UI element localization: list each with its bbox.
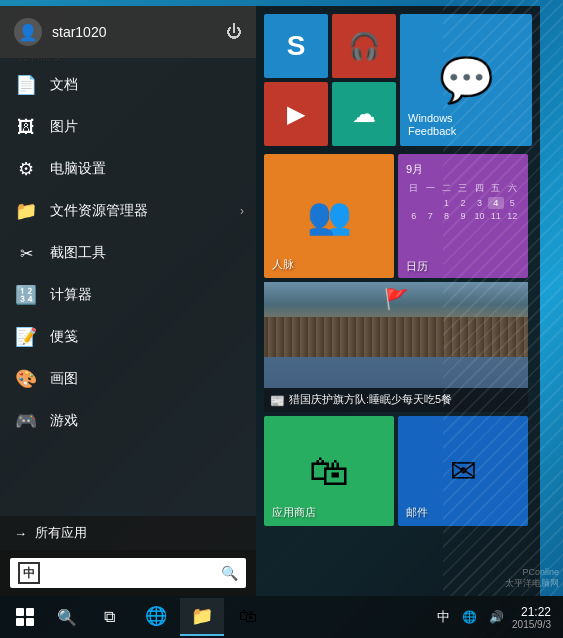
menu-item-settings[interactable]: ⚙ 电脑设置 bbox=[0, 148, 256, 190]
soldiers-image bbox=[264, 282, 528, 357]
tiles-row-3: 👥 人脉 9月 日 一 二 三 四 五 六 bbox=[264, 154, 532, 278]
menu-item-documents[interactable]: 📄 文档 bbox=[0, 64, 256, 106]
cal-cell: 9 bbox=[455, 210, 470, 222]
documents-icon: 📄 bbox=[14, 73, 38, 97]
cal-cell bbox=[422, 197, 437, 209]
cal-cell: 一 bbox=[422, 181, 437, 196]
people-label: 人脉 bbox=[272, 257, 294, 272]
menu-item-notes[interactable]: 📝 便笺 bbox=[0, 316, 256, 358]
news-text: 猎国庆护旗方队:睡眠少每天吃5餐 bbox=[289, 392, 452, 406]
watermark-line1: PConline bbox=[505, 567, 559, 579]
tray-volume-icon[interactable]: 🔊 bbox=[485, 610, 508, 624]
music-tile[interactable]: 🎧 bbox=[332, 14, 396, 78]
settings-icon: ⚙ bbox=[14, 157, 38, 181]
user-info: 👤 star1020 bbox=[14, 18, 106, 46]
games-label: 游戏 bbox=[50, 412, 78, 430]
windows-feedback-tile[interactable]: 💬 Windows Feedback bbox=[400, 14, 532, 146]
taskbar-apps: 🌐 📁 🛍 bbox=[130, 598, 433, 636]
store-icon: 🛍 bbox=[309, 449, 349, 494]
news-tile[interactable]: 📰 猎国庆护旗方队:睡眠少每天吃5餐 bbox=[264, 282, 528, 412]
menu-item-calc[interactable]: 🔢 计算器 bbox=[0, 274, 256, 316]
cal-cell: 8 bbox=[439, 210, 454, 222]
calendar-label: 日历 bbox=[406, 259, 428, 274]
explorer-arrow: › bbox=[240, 204, 244, 218]
watermark-line2: 太平洋电脑网 bbox=[505, 578, 559, 590]
paint-icon: 🎨 bbox=[14, 367, 38, 391]
notes-label: 便笺 bbox=[50, 328, 78, 346]
windows-logo-icon bbox=[16, 608, 34, 626]
menu-item-pictures[interactable]: 🖼 图片 bbox=[0, 106, 256, 148]
watermark: PConline 太平洋电脑网 bbox=[505, 567, 559, 590]
clock-time: 21:22 bbox=[512, 605, 551, 619]
cal-grid: 日 一 二 三 四 五 六 1 2 3 4 bbox=[406, 181, 520, 222]
store-tile[interactable]: 🛍 应用商店 bbox=[264, 416, 394, 526]
clock-date: 2015/9/3 bbox=[512, 619, 551, 630]
cal-cell: 五 bbox=[488, 181, 503, 196]
calendar-tile[interactable]: 9月 日 一 二 三 四 五 六 1 2 bbox=[398, 154, 528, 278]
tiles-row-4: 📰 猎国庆护旗方队:睡眠少每天吃5餐 bbox=[264, 282, 532, 412]
skype-tile[interactable]: S bbox=[264, 14, 328, 78]
cal-cell: 3 bbox=[472, 197, 487, 209]
tray-clock[interactable]: 21:22 2015/9/3 bbox=[512, 605, 551, 630]
explorer-taskbar-icon: 📁 bbox=[191, 605, 213, 627]
task-view-icon: ⧉ bbox=[104, 608, 115, 626]
menu-item-paint[interactable]: 🎨 画图 bbox=[0, 358, 256, 400]
news-overlay: 📰 猎国庆护旗方队:睡眠少每天吃5餐 bbox=[264, 388, 528, 412]
start-button[interactable] bbox=[4, 596, 46, 638]
taskbar: 🔍 ⧉ 🌐 📁 🛍 中 🌐 🔊 21:22 2015/9/3 bbox=[0, 596, 563, 638]
documents-label: 文档 bbox=[50, 76, 78, 94]
notes-icon: 📝 bbox=[14, 325, 38, 349]
avatar[interactable]: 👤 bbox=[14, 18, 42, 46]
taskbar-explorer[interactable]: 📁 bbox=[180, 598, 224, 636]
cal-month: 9月 bbox=[406, 162, 423, 177]
search-input-wrap[interactable]: 中 🔍 bbox=[10, 558, 246, 588]
start-menu: 👤 star1020 ⏻ 📄 文档 🖼 图片 ⚙ 电脑设置 bbox=[0, 6, 540, 596]
people-tile[interactable]: 👥 人脉 bbox=[264, 154, 394, 278]
feedback-label-line1: Windows bbox=[408, 112, 453, 124]
taskbar-search-button[interactable]: 🔍 bbox=[46, 596, 88, 638]
mail-label: 邮件 bbox=[406, 505, 428, 520]
store-taskbar-icon: 🛍 bbox=[239, 606, 257, 627]
power-button[interactable]: ⏻ bbox=[226, 23, 242, 41]
cal-cell bbox=[406, 197, 421, 209]
menu-item-games[interactable]: 🎮 游戏 bbox=[0, 400, 256, 442]
calc-label: 计算器 bbox=[50, 286, 92, 304]
cal-cell: 4 bbox=[488, 197, 503, 209]
paint-label: 画图 bbox=[50, 370, 78, 388]
user-area: 👤 star1020 ⏻ bbox=[0, 6, 256, 58]
cal-cell: 1 bbox=[439, 197, 454, 209]
task-view-button[interactable]: ⧉ bbox=[88, 596, 130, 638]
tray-lang[interactable]: 中 bbox=[433, 609, 454, 625]
menu-item-snip[interactable]: ✂ 截图工具 bbox=[0, 232, 256, 274]
search-input[interactable] bbox=[44, 566, 217, 581]
cal-cell: 六 bbox=[505, 181, 520, 196]
taskbar-ie[interactable]: 🌐 bbox=[134, 598, 178, 636]
all-apps-icon: → bbox=[14, 526, 27, 541]
taskbar-tray: 中 🌐 🔊 21:22 2015/9/3 bbox=[433, 605, 559, 630]
mail-tile[interactable]: ✉ 邮件 bbox=[398, 416, 528, 526]
pictures-icon: 🖼 bbox=[14, 115, 38, 139]
menu-item-explorer[interactable]: 📁 文件资源管理器 › bbox=[0, 190, 256, 232]
taskbar-store[interactable]: 🛍 bbox=[226, 598, 270, 636]
cal-cell: 日 bbox=[406, 181, 421, 196]
tiles-row-5: 🛍 应用商店 ✉ 邮件 bbox=[264, 416, 532, 526]
video-tile[interactable]: ▶ bbox=[264, 82, 328, 146]
cal-cell: 12 bbox=[505, 210, 520, 222]
taskbar-search-icon: 🔍 bbox=[57, 608, 77, 627]
pictures-label: 图片 bbox=[50, 118, 78, 136]
username: star1020 bbox=[52, 24, 106, 40]
search-icon[interactable]: 🔍 bbox=[221, 565, 238, 581]
tray-network-icon[interactable]: 🌐 bbox=[458, 610, 481, 624]
store-label: 应用商店 bbox=[272, 505, 316, 520]
all-apps-row[interactable]: → 所有应用 bbox=[0, 516, 256, 550]
mail-icon: ✉ bbox=[450, 452, 477, 490]
cal-cell: 三 bbox=[455, 181, 470, 196]
desktop: 🖥 控制面板 👤 star1020 ⏻ 📄 文档 � bbox=[0, 0, 563, 638]
onedrive-tile[interactable]: ☁ bbox=[332, 82, 396, 146]
snip-icon: ✂ bbox=[14, 241, 38, 265]
cal-cell: 2 bbox=[455, 197, 470, 209]
cal-cell: 10 bbox=[472, 210, 487, 222]
search-bar: 中 🔍 bbox=[0, 550, 256, 596]
tiles-row-2: ▶ ☁ bbox=[264, 82, 532, 146]
ie-icon: 🌐 bbox=[145, 605, 167, 627]
